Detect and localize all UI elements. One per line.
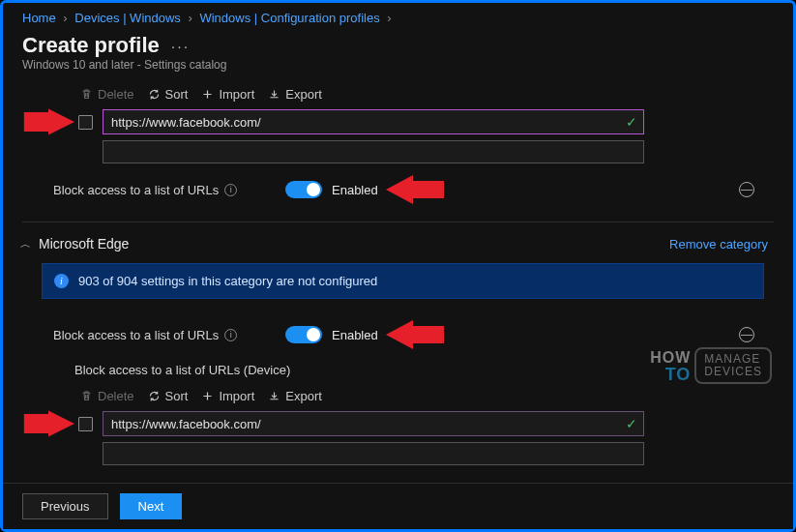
url-input-empty[interactable] [103, 442, 644, 465]
check-icon: ✓ [626, 416, 637, 431]
toggle-label: Enabled [332, 328, 378, 342]
category-header[interactable]: ︿ Microsoft Edge Remove category [3, 228, 793, 257]
url-input-wrap: ✓ [103, 109, 644, 134]
wizard-footer: Previous Next [3, 483, 793, 529]
previous-button[interactable]: Previous [22, 493, 108, 519]
page-subtitle: Windows 10 and later - Settings catalog [3, 58, 793, 81]
plus-icon [201, 88, 214, 101]
breadcrumb: Home › Devices | Windows › Windows | Con… [3, 3, 793, 29]
url-input-empty[interactable] [103, 140, 644, 163]
breadcrumb-profiles[interactable]: Windows | Configuration profiles [199, 11, 379, 25]
chevron-right-icon: › [387, 11, 391, 25]
url-list-toolbar: Delete Sort Import Export [22, 81, 774, 107]
url-list-item: ✓ [22, 107, 774, 136]
svg-marker-0 [24, 109, 74, 135]
more-icon[interactable]: ··· [171, 39, 190, 56]
remove-setting-button[interactable]: — [739, 327, 754, 342]
setting-row: Block access to a list of URLs i Enabled… [22, 163, 774, 216]
url-checkbox[interactable] [78, 417, 93, 431]
sort-button[interactable]: Sort [148, 389, 189, 403]
category-name: Microsoft Edge [39, 236, 129, 251]
plus-icon [201, 390, 214, 402]
trash-icon [80, 390, 93, 402]
setting-label: Block access to a list of URLs [53, 328, 219, 342]
trash-icon [80, 88, 93, 101]
check-icon: ✓ [626, 114, 637, 130]
chevron-right-icon: › [63, 11, 67, 25]
download-icon [268, 88, 280, 101]
page-title: Create profile [22, 33, 160, 58]
url-checkbox[interactable] [78, 115, 93, 130]
url-input-wrap: ✓ [103, 411, 644, 436]
enable-toggle[interactable] [285, 181, 322, 198]
annotation-arrow-icon [22, 410, 74, 437]
refresh-icon [148, 390, 161, 402]
export-button[interactable]: Export [268, 87, 322, 102]
info-icon[interactable]: i [224, 184, 237, 196]
remove-category-link[interactable]: Remove category [669, 237, 768, 251]
toggle-label: Enabled [332, 183, 378, 197]
import-button[interactable]: Import [201, 87, 254, 102]
svg-marker-3 [24, 411, 74, 437]
download-icon [268, 390, 280, 402]
delete-button[interactable]: Delete [80, 389, 134, 403]
annotation-arrow-icon [22, 108, 74, 135]
breadcrumb-home[interactable]: Home [22, 11, 56, 25]
breadcrumb-devices[interactable]: Devices | Windows [74, 11, 181, 25]
annotation-arrow-icon [386, 175, 444, 204]
divider [22, 222, 774, 222]
chevron-up-icon: ︿ [20, 237, 31, 251]
export-button[interactable]: Export [268, 389, 322, 403]
svg-marker-2 [386, 320, 444, 349]
enable-toggle[interactable] [285, 326, 322, 343]
url-input[interactable] [111, 115, 622, 130]
import-button[interactable]: Import [201, 389, 254, 403]
refresh-icon [148, 88, 161, 101]
svg-marker-1 [386, 175, 444, 204]
sort-button[interactable]: Sort [148, 87, 189, 102]
url-list-item: ✓ [22, 409, 774, 438]
info-banner: i 903 of 904 settings in this category a… [42, 263, 764, 299]
delete-button[interactable]: Delete [80, 87, 134, 102]
info-icon: i [54, 274, 69, 288]
url-list-toolbar: Delete Sort Import Export [22, 383, 774, 409]
remove-setting-button[interactable]: — [739, 182, 754, 197]
annotation-arrow-icon [386, 320, 444, 349]
url-input[interactable] [111, 417, 622, 431]
next-button[interactable]: Next [120, 493, 183, 519]
setting-label: Block access to a list of URLs [53, 183, 219, 197]
watermark: HOW TO MANAGE DEVICES [650, 347, 772, 384]
chevron-right-icon: › [188, 11, 192, 25]
info-icon[interactable]: i [224, 329, 237, 341]
info-banner-text: 903 of 904 settings in this category are… [78, 274, 377, 288]
